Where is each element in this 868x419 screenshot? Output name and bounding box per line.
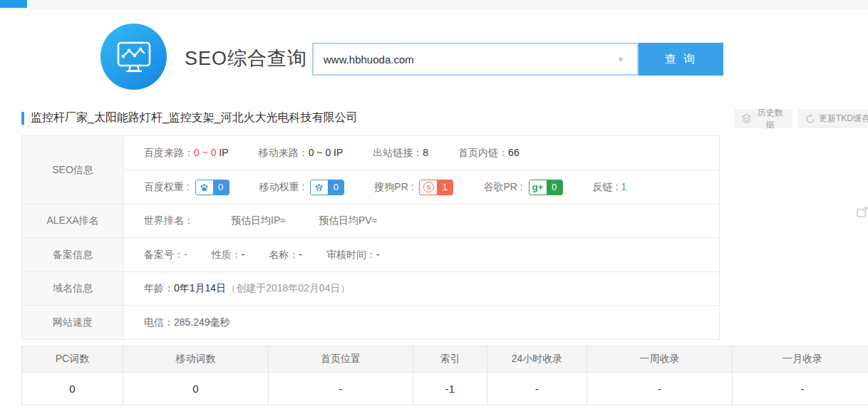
sogou-icon: S	[420, 180, 437, 195]
result-title-row: 监控杆厂家_太阳能路灯杆_监控支架_河北火大光电科技有限公司	[21, 110, 358, 125]
stat-col-pc-words: PC词数 0	[22, 346, 123, 405]
telecom-speed-label: 电信：	[144, 316, 174, 329]
stat-value-month: -	[733, 373, 868, 405]
stat-value-pc-words: 0	[22, 373, 123, 405]
icp-number: 备案号：-	[144, 249, 187, 262]
stat-value-24h: -	[487, 373, 587, 405]
stat-header-index: 索引	[413, 346, 487, 373]
stat-header-week: 一周收录	[587, 346, 732, 373]
google-plus-icon: g+	[529, 180, 547, 195]
sogou-pr: 搜狗PR : S 1	[374, 180, 453, 195]
layers-icon	[742, 113, 751, 124]
baidu-paw-icon	[196, 180, 213, 195]
icp-audit-time: 审核时间：-	[326, 249, 380, 262]
google-pr: 谷歌PR : g+ 0	[483, 180, 562, 195]
telecom-speed-value: 285.249毫秒	[174, 316, 230, 329]
domain-age-label: 年龄：	[144, 282, 174, 295]
chevron-down-icon[interactable]: ▼	[617, 56, 624, 63]
stat-header-pc-words: PC词数	[22, 346, 123, 373]
stats-table: PC词数 0 移动词数 0 首页位置 - 索引 -1 24小时收录 - 一周收录…	[21, 346, 868, 405]
title-accent-bar	[21, 112, 24, 125]
top-bar	[0, 0, 868, 9]
est-daily-pv-label: 预估日均PV≈	[319, 214, 377, 227]
alexa-row: ALEXA排名 世界排名： 预估日均IP≈ 预估日均PV≈	[22, 205, 719, 238]
stat-col-month: 一月收录 -	[733, 346, 868, 405]
baidu-weight-badge[interactable]: 0	[195, 180, 229, 195]
stat-col-week: 一周收录 -	[587, 346, 733, 405]
stat-col-index: 索引 -1	[413, 346, 487, 405]
top-left-accent	[0, 0, 27, 8]
search-input[interactable]	[312, 43, 639, 76]
stat-value-week: -	[587, 373, 732, 405]
update-tkd-cache-button[interactable]: 更新TKD缓存	[798, 109, 868, 128]
stat-value-index: -1	[413, 373, 487, 405]
domain-created-note: （创建于2018年02月04日）	[226, 282, 350, 295]
monitor-chart-icon	[115, 40, 153, 74]
info-table: SEO信息 百度来路：0 ~ 0 IP 移动来路：0 ~ 0 IP 出站链接：8…	[21, 135, 720, 340]
homepage-internal-links: 首页内链：66	[458, 147, 520, 160]
baidu-traffic: 百度来路：0 ~ 0 IP	[144, 147, 229, 160]
domain-age-value: 0年1月14日	[174, 282, 226, 295]
floating-widget-icon[interactable]	[857, 207, 868, 217]
stat-col-mobile-words: 移动词数 0	[123, 346, 269, 405]
section-label-icp: 备案信息	[22, 238, 124, 271]
logo	[100, 24, 167, 90]
mobile-weight: 移动权重 : 0	[259, 180, 345, 195]
speed-row: 网站速度 电信： 285.249毫秒	[22, 306, 719, 339]
domain-row: 域名信息 年龄： 0年1月14日 （创建于2018年02月04日）	[22, 272, 719, 306]
refresh-icon	[805, 114, 815, 124]
update-tkd-cache-label: 更新TKD缓存	[819, 113, 868, 125]
section-label-domain: 域名信息	[22, 272, 124, 305]
stat-col-home-position: 首页位置 -	[269, 346, 413, 405]
stat-value-home-position: -	[269, 373, 413, 405]
icp-row: 备案信息 备案号：- 性质：- 名称：- 审核时间：-	[22, 238, 719, 272]
stat-header-month: 一月收录	[733, 346, 868, 373]
seo-weight-subrow: 百度权重 : 0 移动权重 : 0	[124, 170, 719, 204]
seo-info-row: SEO信息 百度来路：0 ~ 0 IP 移动来路：0 ~ 0 IP 出站链接：8…	[22, 136, 719, 205]
stat-header-mobile-words: 移动词数	[123, 346, 268, 373]
baidu-weight: 百度权重 : 0	[144, 180, 229, 195]
stat-header-home-position: 首页位置	[269, 346, 413, 373]
est-daily-ip-label: 预估日均IP≈	[231, 214, 286, 227]
icp-name: 名称：-	[269, 249, 302, 262]
stat-col-24h: 24小时收录 -	[487, 346, 587, 405]
history-data-label: 历史数据	[755, 107, 785, 131]
history-data-button[interactable]: 历史数据	[735, 109, 792, 128]
search-bar: ▼ 查 询	[312, 43, 723, 76]
section-label-seo: SEO信息	[22, 136, 124, 204]
section-label-alexa: ALEXA排名	[22, 205, 124, 237]
sogou-pr-badge[interactable]: S 1	[419, 180, 453, 195]
stat-value-mobile-words: 0	[123, 373, 268, 405]
section-label-speed: 网站速度	[22, 306, 124, 339]
google-pr-badge[interactable]: g+ 0	[529, 180, 563, 195]
page-app-title: SEO综合查询	[185, 46, 307, 71]
stat-header-24h: 24小时收录	[487, 346, 587, 373]
icp-number-link[interactable]: -	[184, 249, 187, 260]
mobile-weight-badge[interactable]: 0	[310, 180, 344, 195]
backlinks: 反链 : 1	[593, 181, 626, 194]
mobile-paw-icon	[311, 180, 328, 195]
world-rank-label: 世界排名：	[144, 214, 194, 227]
mobile-traffic: 移动来路：0 ~ 0 IP	[259, 147, 343, 160]
search-button[interactable]: 查 询	[639, 43, 723, 76]
page-title: 监控杆厂家_太阳能路灯杆_监控支架_河北火大光电科技有限公司	[31, 110, 358, 125]
outbound-links: 出站链接：8	[373, 147, 428, 160]
seo-traffic-subrow: 百度来路：0 ~ 0 IP 移动来路：0 ~ 0 IP 出站链接：8 首页内链：…	[124, 136, 719, 170]
icp-nature: 性质：-	[212, 249, 245, 262]
backlinks-count-link[interactable]: 1	[621, 181, 626, 192]
